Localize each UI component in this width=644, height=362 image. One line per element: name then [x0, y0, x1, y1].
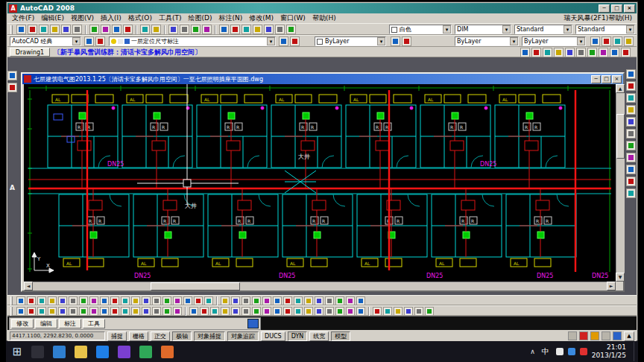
dock-tool-icon[interactable] — [626, 141, 636, 150]
polar-tool-icon[interactable] — [565, 48, 575, 57]
sheet-set-manager-icon[interactable] — [253, 25, 262, 34]
drawing-window[interactable]: 七层建筑电气图2013.1.25〔清话卡宝多解风巾用空间〕一至七层照明插座平面图… — [21, 72, 625, 292]
layer-properties-icon[interactable] — [84, 36, 94, 46]
gradient-icon[interactable] — [173, 296, 182, 305]
menu-help[interactable]: 帮助(H) — [312, 13, 336, 23]
media-player-icon[interactable] — [118, 346, 130, 358]
close-button[interactable]: × — [624, 4, 635, 13]
dock-tool-icon[interactable] — [626, 69, 636, 79]
annotation-alert-icon[interactable] — [579, 331, 588, 340]
list-icon[interactable] — [252, 296, 261, 305]
help-icon[interactable] — [286, 25, 296, 34]
clock[interactable]: 21:01 2013/1/25 — [592, 343, 629, 360]
open-icon[interactable] — [28, 25, 37, 34]
command-line-area[interactable]: 修改 编辑 标注 工具 — [7, 316, 637, 330]
offset-icon[interactable] — [48, 307, 57, 316]
menu-dimension[interactable]: 标注(N) — [218, 13, 242, 23]
extend-icon[interactable] — [121, 307, 130, 316]
edit-tab-button[interactable]: 编辑 — [35, 319, 57, 328]
menu-modify[interactable]: 修改(M) — [249, 13, 274, 23]
quickcalc-icon[interactable] — [275, 25, 285, 34]
tab-list-icon[interactable] — [520, 48, 530, 57]
plot-icon[interactable] — [50, 25, 60, 34]
tool-palettes-icon[interactable] — [242, 25, 251, 34]
move-icon[interactable] — [69, 307, 78, 316]
vertical-scroll-thumb[interactable] — [616, 114, 625, 159]
area-icon[interactable] — [231, 296, 240, 305]
horizontal-scroll-thumb[interactable] — [151, 282, 240, 290]
drawing-tab[interactable]: Drawing1 — [10, 48, 50, 57]
color-combo[interactable]: 白色 ▾ — [389, 25, 452, 34]
dock-tool-icon[interactable] — [7, 71, 17, 80]
minimize-button[interactable]: ─ — [599, 4, 610, 13]
table-icon[interactable] — [602, 36, 611, 46]
layer-previous-icon[interactable] — [290, 36, 300, 46]
dock-tool-icon[interactable] — [626, 81, 636, 91]
ellipse-icon[interactable] — [110, 296, 119, 305]
visual-style-icon[interactable] — [394, 307, 402, 316]
ortho-tool-icon[interactable] — [554, 48, 564, 57]
tray-expand-icon[interactable]: ∧ — [530, 348, 535, 355]
model-toggle[interactable]: 模型 — [331, 331, 350, 341]
lwt-toggle[interactable]: 线宽 — [309, 331, 329, 341]
polygon-icon[interactable] — [48, 296, 57, 305]
xline-icon[interactable] — [27, 296, 36, 305]
new-icon[interactable] — [16, 25, 26, 34]
dim-arc-icon[interactable] — [210, 307, 219, 316]
dim-ordinate-icon[interactable] — [221, 307, 230, 316]
start-button[interactable]: ⊞ — [7, 342, 27, 361]
status-menu-arrow-icon[interactable]: ▲ — [624, 331, 634, 341]
copy-icon[interactable] — [101, 25, 110, 34]
menu-view[interactable]: 视图(V) — [71, 13, 94, 23]
menu-plugin-text[interactable]: 瑞天风暴(2F1)帮助(H) — [564, 13, 632, 23]
chevron-down-icon[interactable]: ▾ — [267, 37, 275, 45]
menu-edit[interactable]: 编辑(E) — [41, 13, 64, 23]
layer-combo[interactable]: 一层定位尺寸标注 ▾ — [109, 36, 276, 46]
erase-icon[interactable] — [16, 307, 25, 316]
ortho-toggle[interactable]: 正交 — [151, 331, 170, 341]
dim-update-icon[interactable] — [346, 307, 355, 316]
paste-icon[interactable] — [112, 25, 121, 34]
osnap-tangent-icon[interactable] — [335, 296, 344, 305]
chevron-down-icon[interactable]: ▾ — [502, 25, 511, 34]
vertical-scrollbar[interactable]: ▲ ▼ — [616, 84, 625, 282]
dyn-toggle[interactable]: DYN — [288, 331, 308, 341]
region-icon[interactable] — [183, 296, 192, 305]
linetype-manager-icon[interactable] — [391, 36, 400, 46]
chevron-down-icon[interactable]: ▾ — [564, 25, 572, 34]
horizontal-scrollbar[interactable]: ◄ ► — [24, 282, 616, 290]
scroll-left-icon[interactable]: ◄ — [24, 282, 33, 290]
publish-icon[interactable] — [72, 25, 82, 34]
ellipse-arc-icon[interactable] — [121, 296, 130, 305]
menu-format[interactable]: 格式(O) — [128, 13, 152, 23]
undo-icon[interactable] — [140, 25, 150, 34]
grid-tool-icon[interactable] — [621, 48, 631, 57]
properties-icon[interactable] — [219, 25, 229, 34]
network-icon[interactable] — [568, 348, 575, 355]
zoom-window-icon[interactable] — [191, 25, 201, 34]
explode-icon[interactable] — [173, 307, 182, 316]
insert-block-icon[interactable] — [131, 296, 140, 305]
clean-screen-icon[interactable] — [613, 331, 622, 340]
menu-tools[interactable]: 工具(T) — [159, 13, 182, 23]
osnap-midpoint-icon[interactable] — [294, 296, 303, 305]
orbit-icon[interactable] — [373, 307, 382, 316]
dim-angular-icon[interactable] — [252, 307, 261, 316]
osnap-settings-icon[interactable] — [543, 48, 552, 57]
stretch-icon[interactable] — [100, 307, 109, 316]
title-bar[interactable]: A AutoCAD 2008 ─ □ × — [7, 3, 637, 13]
toolbar-grip[interactable] — [10, 25, 13, 34]
toolbar-lock-icon[interactable] — [602, 331, 610, 340]
polyline-icon[interactable] — [37, 296, 46, 305]
join-icon[interactable] — [142, 307, 151, 316]
ime-indicator[interactable]: 中 — [540, 346, 552, 358]
chevron-down-icon[interactable]: ▾ — [626, 25, 634, 34]
polar-toggle[interactable]: 极轴 — [172, 331, 192, 341]
pan-icon[interactable] — [168, 25, 178, 34]
calc-icon[interactable] — [273, 296, 282, 305]
point-icon[interactable] — [152, 296, 161, 305]
walk-icon[interactable] — [425, 307, 434, 316]
zoom-previous-icon[interactable] — [202, 25, 212, 34]
workspace-combo[interactable]: AutoCAD 经典 ▾ — [10, 36, 81, 46]
scale-icon[interactable] — [89, 307, 98, 316]
